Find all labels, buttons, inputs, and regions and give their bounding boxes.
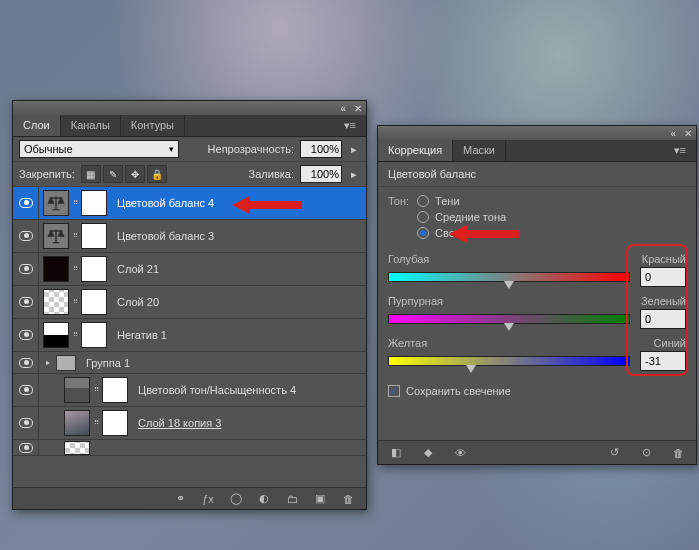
visibility-toggle[interactable] bbox=[13, 253, 39, 285]
add-mask-icon[interactable]: ◯ bbox=[228, 492, 244, 505]
reset-icon[interactable]: ↺ bbox=[606, 446, 622, 459]
chevron-right-icon[interactable]: ▸ bbox=[348, 143, 360, 156]
collapse-icon[interactable]: « bbox=[670, 128, 676, 139]
layer-thumbnail[interactable] bbox=[43, 256, 69, 282]
layer-mask-thumbnail[interactable] bbox=[102, 377, 128, 403]
reset-to-default-icon[interactable]: ⊙ bbox=[638, 446, 654, 459]
link-layers-icon[interactable]: ⚭ bbox=[172, 492, 188, 505]
color-slider-track[interactable] bbox=[388, 356, 630, 366]
slider-left-label: Желтая bbox=[388, 337, 427, 349]
adjustment-layer-icon[interactable]: ◐ bbox=[256, 492, 272, 505]
layer-mask-thumbnail[interactable] bbox=[81, 190, 107, 216]
preserve-luminosity-checkbox[interactable]: ✓ Сохранить свечение bbox=[378, 371, 696, 397]
slider-left-label: Пурпурная bbox=[388, 295, 443, 307]
lock-position-icon[interactable]: ✥ bbox=[125, 165, 145, 183]
slider-value-field[interactable]: 0 bbox=[640, 309, 686, 329]
tone-shadows-label: Тени bbox=[435, 195, 459, 207]
layers-panel-titlebar[interactable]: « ✕ bbox=[13, 101, 366, 115]
lock-transparency-icon[interactable]: ▦ bbox=[81, 165, 101, 183]
blend-mode-select[interactable]: Обычные bbox=[19, 140, 179, 158]
layer-name-label[interactable]: Слой 18 копия 3 bbox=[132, 417, 360, 429]
color-slider-track[interactable] bbox=[388, 272, 630, 282]
tone-highlights-radio[interactable]: Света bbox=[417, 225, 506, 241]
layer-row[interactable] bbox=[13, 440, 366, 456]
lock-all-icon[interactable]: 🔒 bbox=[147, 165, 167, 183]
slider-handle-icon[interactable] bbox=[466, 365, 476, 373]
layer-name-label[interactable]: Слой 21 bbox=[111, 263, 360, 275]
delete-layer-icon[interactable]: 🗑 bbox=[340, 493, 356, 505]
slider-handle-icon[interactable] bbox=[504, 281, 514, 289]
tone-highlights-label: Света bbox=[435, 227, 465, 239]
slider-left-label: Голубая bbox=[388, 253, 429, 265]
new-group-icon[interactable]: 🗀 bbox=[284, 493, 300, 505]
tone-shadows-radio[interactable]: Тени bbox=[417, 193, 506, 209]
layer-thumbnail[interactable] bbox=[43, 289, 69, 315]
layer-mask-thumbnail[interactable] bbox=[102, 410, 128, 436]
visibility-toggle[interactable] bbox=[13, 374, 39, 406]
fill-field[interactable]: 100% bbox=[300, 165, 342, 183]
layer-row[interactable]: ▸Группа 1 bbox=[13, 352, 366, 374]
layers-panel: « ✕ Слои Каналы Контуры ▾≡ Обычные Непро… bbox=[12, 100, 367, 510]
layer-name-label[interactable]: Цветовой тон/Насыщенность 4 bbox=[132, 384, 360, 396]
layer-row[interactable]: ⠿Слой 18 копия 3 bbox=[13, 407, 366, 440]
visibility-toggle[interactable] bbox=[13, 407, 39, 439]
layer-list[interactable]: ⠿Цветовой баланс 4⠿Цветовой баланс 3⠿Сло… bbox=[13, 187, 366, 487]
tab-channels[interactable]: Каналы bbox=[61, 115, 121, 136]
collapse-icon[interactable]: « bbox=[340, 103, 346, 114]
layer-mask-thumbnail[interactable] bbox=[81, 289, 107, 315]
slider-value-field[interactable]: -31 bbox=[640, 351, 686, 371]
clip-to-layer-icon[interactable]: ◆ bbox=[420, 446, 436, 459]
chevron-right-icon[interactable]: ▸ bbox=[348, 168, 360, 181]
view-previous-icon[interactable]: 👁 bbox=[452, 447, 468, 459]
layer-name-label[interactable]: Группа 1 bbox=[80, 357, 360, 369]
tab-paths[interactable]: Контуры bbox=[121, 115, 185, 136]
visibility-toggle[interactable] bbox=[13, 220, 39, 252]
visibility-toggle[interactable] bbox=[13, 187, 39, 219]
toggle-visibility-icon[interactable]: ◧ bbox=[388, 446, 404, 459]
visibility-toggle[interactable] bbox=[13, 352, 39, 373]
layer-mask-thumbnail[interactable] bbox=[81, 322, 107, 348]
lock-pixels-icon[interactable]: ✎ bbox=[103, 165, 123, 183]
layer-row[interactable]: ⠿Цветовой баланс 3 bbox=[13, 220, 366, 253]
layer-style-icon[interactable]: ƒx bbox=[200, 493, 216, 505]
close-icon[interactable]: ✕ bbox=[684, 128, 692, 139]
close-icon[interactable]: ✕ bbox=[354, 103, 362, 114]
correction-panel-tabs: Коррекция Маски ▾≡ bbox=[378, 140, 696, 162]
layer-row[interactable]: ⠿Слой 20 bbox=[13, 286, 366, 319]
panel-menu-icon[interactable]: ▾≡ bbox=[664, 140, 696, 161]
delete-icon[interactable]: 🗑 bbox=[670, 447, 686, 459]
layer-row[interactable]: ⠿Цветовой тон/Насыщенность 4 bbox=[13, 374, 366, 407]
layer-row[interactable]: ⠿Слой 21 bbox=[13, 253, 366, 286]
tone-radio-group: Тон: Тени Средние тона Света bbox=[378, 187, 696, 245]
eye-icon bbox=[19, 330, 33, 340]
visibility-toggle[interactable] bbox=[13, 319, 39, 351]
layer-thumbnail[interactable] bbox=[43, 190, 69, 216]
opacity-field[interactable]: 100% bbox=[300, 140, 342, 158]
panel-menu-icon[interactable]: ▾≡ bbox=[334, 115, 366, 136]
layer-name-label[interactable]: Цветовой баланс 3 bbox=[111, 230, 360, 242]
correction-panel-titlebar[interactable]: « ✕ bbox=[378, 126, 696, 140]
tone-midtones-radio[interactable]: Средние тона bbox=[417, 209, 506, 225]
tab-masks[interactable]: Маски bbox=[453, 140, 506, 161]
disclose-icon[interactable]: ▸ bbox=[43, 358, 53, 367]
tab-layers[interactable]: Слои bbox=[13, 115, 61, 136]
layer-row[interactable]: ⠿Цветовой баланс 4 bbox=[13, 187, 366, 220]
color-slider-track[interactable] bbox=[388, 314, 630, 324]
layer-row[interactable]: ⠿Негатив 1 bbox=[13, 319, 366, 352]
new-layer-icon[interactable]: ▣ bbox=[312, 492, 328, 505]
correction-panel: « ✕ Коррекция Маски ▾≡ Цветовой баланс Т… bbox=[377, 125, 697, 465]
layer-name-label[interactable]: Негатив 1 bbox=[111, 329, 360, 341]
layer-name-label[interactable]: Слой 20 bbox=[111, 296, 360, 308]
layers-panel-footer: ⚭ ƒx ◯ ◐ 🗀 ▣ 🗑 bbox=[13, 487, 366, 509]
layer-mask-thumbnail[interactable] bbox=[81, 223, 107, 249]
slider-handle-icon[interactable] bbox=[504, 323, 514, 331]
layer-thumbnail[interactable] bbox=[64, 377, 90, 403]
tab-correction[interactable]: Коррекция bbox=[378, 140, 453, 161]
layer-thumbnail[interactable] bbox=[64, 410, 90, 436]
layer-thumbnail[interactable] bbox=[43, 223, 69, 249]
layer-thumbnail[interactable] bbox=[43, 322, 69, 348]
slider-value-field[interactable]: 0 bbox=[640, 267, 686, 287]
layer-name-label[interactable]: Цветовой баланс 4 bbox=[111, 197, 360, 209]
visibility-toggle[interactable] bbox=[13, 286, 39, 318]
layer-mask-thumbnail[interactable] bbox=[81, 256, 107, 282]
